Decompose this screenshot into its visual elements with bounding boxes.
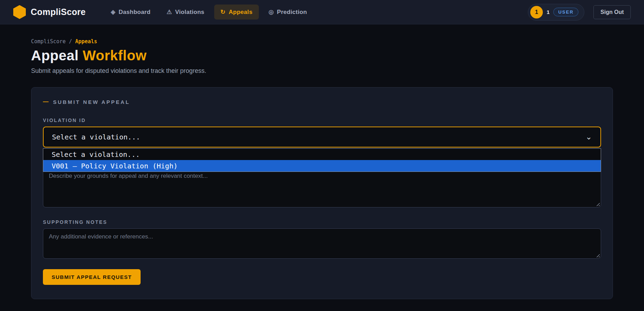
hexagon-logo-icon (13, 5, 26, 19)
breadcrumb: CompliScore / Appeals (31, 38, 613, 45)
target-icon: ◎ (269, 8, 274, 16)
nav-item-label: Dashboard (119, 9, 151, 16)
notes-textarea[interactable] (43, 228, 601, 259)
nav-item-violations[interactable]: ⚠ Violations (160, 5, 210, 20)
avatar: 1 (530, 6, 543, 18)
violation-id-label: VIOLATION ID (43, 117, 601, 123)
diamond-icon: ◈ (111, 8, 115, 16)
username: 1 (547, 9, 549, 15)
nav-item-label: Appeals (229, 9, 252, 16)
page-subtitle: Submit appeals for disputed violations a… (31, 67, 613, 75)
nav-item-label: Violations (175, 9, 204, 16)
dropdown-option-v001[interactable]: V001 — Policy Violation (High) (43, 160, 601, 172)
main-content: CompliScore / Appeals Appeal Workflow Su… (0, 38, 644, 311)
violation-dropdown-menu: Select a violation... V001 — Policy Viol… (43, 148, 601, 172)
main-nav: ◈ Dashboard ⚠ Violations ↻ Appeals ◎ Pre… (105, 5, 313, 20)
submit-card-title: SUBMIT NEW APPEAL (53, 99, 130, 105)
submit-appeal-card: — SUBMIT NEW APPEAL VIOLATION ID Select … (31, 87, 613, 299)
submit-card-header: — SUBMIT NEW APPEAL (43, 99, 601, 105)
nav-item-appeals[interactable]: ↻ Appeals (214, 5, 259, 20)
breadcrumb-root[interactable]: CompliScore (31, 38, 66, 45)
violation-select[interactable]: Select a violation... ⌄ (43, 127, 601, 147)
nav-item-label: Prediction (277, 9, 307, 16)
user-pill: 1 1 USER (528, 4, 584, 21)
page-title-primary: Appeal (31, 48, 78, 63)
breadcrumb-current: Appeals (75, 38, 97, 45)
grounds-textarea[interactable] (43, 168, 601, 207)
supporting-notes-label: SUPPORTING NOTES (43, 219, 601, 225)
page-title: Appeal Workflow (31, 48, 613, 63)
warning-triangle-icon: ⚠ (166, 8, 172, 16)
chevron-down-icon: ⌄ (586, 133, 592, 141)
dropdown-option-placeholder[interactable]: Select a violation... (43, 149, 601, 160)
page-title-accent: Workflow (83, 48, 147, 63)
violation-select-wrap: Select a violation... ⌄ Select a violati… (43, 127, 601, 147)
nav-item-dashboard[interactable]: ◈ Dashboard (105, 5, 157, 20)
circular-arrow-icon: ↻ (220, 8, 226, 16)
sign-out-button[interactable]: Sign Out (593, 5, 631, 19)
brand-name: CompliScore (31, 7, 86, 17)
notes-textarea-wrap (43, 228, 601, 259)
violation-select-value: Select a violation... (52, 133, 140, 141)
nav-item-prediction[interactable]: ◎ Prediction (262, 5, 313, 20)
top-navbar: CompliScore ◈ Dashboard ⚠ Violations ↻ A… (0, 0, 644, 24)
submit-appeal-button[interactable]: SUBMIT APPEAL REQUEST (43, 269, 141, 285)
navbar-right: 1 1 USER Sign Out (528, 4, 631, 21)
section-dash: — (43, 99, 48, 105)
user-role-badge: USER (553, 8, 578, 16)
breadcrumb-separator: / (69, 38, 72, 45)
grounds-textarea-wrap (43, 168, 601, 207)
